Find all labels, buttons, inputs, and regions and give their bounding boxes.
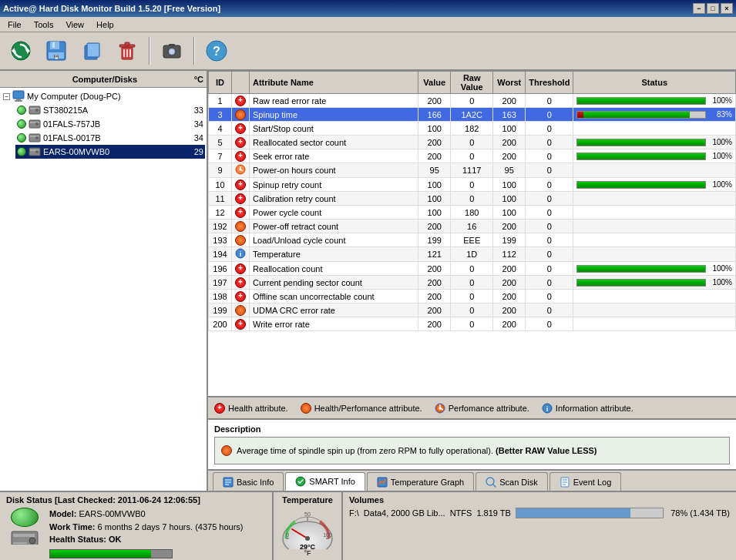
table-row[interactable]: 198Offline scan uncorrectable count20002…	[209, 290, 736, 303]
attr-health-icon	[235, 96, 246, 106]
col-status: Status	[573, 72, 736, 94]
table-row[interactable]: 197Current pending sector count20002000 …	[209, 276, 736, 290]
table-row[interactable]: 4Start/Stop count1001821000	[209, 122, 736, 136]
cell-value: 200	[418, 303, 451, 317]
scan-disk-tab[interactable]: Scan Disk	[476, 472, 548, 491]
maximize-button[interactable]: □	[707, 3, 719, 14]
cell-status	[573, 303, 736, 317]
svg-point-30	[35, 122, 39, 126]
cell-id: 198	[209, 290, 232, 303]
cell-threshold: 0	[526, 122, 573, 136]
table-row[interactable]: 192Power-off retract count200162000	[209, 220, 736, 233]
status-bar-bg	[576, 153, 706, 160]
cell-attr-name: Write error rate	[250, 317, 418, 331]
table-row[interactable]: 199UDMA CRC error rate20002000	[209, 303, 736, 317]
disk-label-2: 01FALS-0017B	[43, 133, 101, 143]
status-pct-label: 100%	[707, 180, 732, 189]
minimize-button[interactable]: −	[693, 3, 705, 14]
refresh-button[interactable]	[5, 35, 37, 66]
cell-status: 83%	[573, 108, 736, 122]
event-log-tab[interactable]: Event Log	[549, 472, 622, 491]
disk-icon-1	[29, 118, 41, 130]
disk-label-1: 01FALS-757JB	[43, 119, 100, 129]
table-row[interactable]: 196Reallocation count20002000 100%	[209, 262, 736, 276]
menu-view[interactable]: View	[59, 18, 90, 31]
cell-raw: 0	[451, 192, 493, 206]
snapshot-button[interactable]	[156, 35, 188, 66]
tree-disk-2[interactable]: 01FALS-0017B 34	[15, 131, 205, 145]
cell-status: 100%	[573, 276, 736, 290]
cell-threshold: 0	[526, 178, 573, 192]
smart-info-tab[interactable]: SMART Info	[285, 472, 365, 491]
cell-id: 7	[209, 149, 232, 163]
health-icon	[214, 403, 225, 414]
cell-worst: 199	[493, 233, 526, 247]
svg-rect-12	[125, 42, 129, 45]
cell-icon	[232, 206, 250, 220]
status-bar-bg	[576, 111, 706, 119]
health-dot-big	[11, 508, 39, 527]
table-row[interactable]: 1Raw read error rate20002000 100%	[209, 94, 736, 108]
cell-icon	[232, 192, 250, 206]
tree-expand-root[interactable]: −	[3, 93, 10, 100]
health-bar-bg	[49, 549, 173, 558]
cell-attr-name: UDMA CRC error rate	[250, 303, 418, 317]
cell-attr-name: Start/Stop count	[250, 122, 418, 136]
cell-attr-name: Seek error rate	[250, 149, 418, 163]
close-button[interactable]: ×	[721, 3, 733, 14]
cell-attr-name: Reallocation count	[250, 262, 418, 276]
table-row[interactable]: 9Power-on hours count951117950	[209, 163, 736, 178]
tree-disk-0[interactable]: ST380215A 33	[15, 103, 205, 117]
basic-info-tab[interactable]: Basic Info	[213, 472, 284, 491]
table-row[interactable]: 200Write error rate20002000	[209, 317, 736, 331]
delete-button[interactable]	[111, 35, 143, 66]
cell-worst: 200	[493, 262, 526, 276]
table-row[interactable]: 11Calibration retry count10001000	[209, 192, 736, 206]
cell-status	[573, 206, 736, 220]
tree-root[interactable]: − My Computer (Doug-PC)	[2, 89, 205, 103]
cell-raw: 0	[451, 178, 493, 192]
cell-attr-name: Spinup time	[250, 108, 418, 122]
cell-attr-name: Reallocated sector count	[250, 136, 418, 149]
disk-temp-2: 34	[194, 133, 203, 143]
left-panel: Computer/Disks °C − My Computer (Doug-PC…	[0, 71, 208, 491]
cell-value: 200	[418, 317, 451, 331]
menu-tools[interactable]: Tools	[28, 18, 60, 31]
col-raw: Raw Value	[451, 72, 493, 94]
tree-disk-3[interactable]: EARS-00MVWB0 29	[15, 145, 205, 159]
cell-icon	[232, 276, 250, 290]
table-row[interactable]: 194iTemperature1211D1120	[209, 247, 736, 262]
svg-rect-23	[16, 99, 21, 100]
volume-row-0: F:\ Data4, 2000 GB Lib... NTFS 1.819 TB …	[349, 508, 730, 518]
svg-text:i: i	[546, 405, 549, 413]
disk-label-0: ST380215A	[43, 106, 88, 115]
legend-mixed: Health/Perfomance attribute.	[301, 403, 422, 414]
help-button[interactable]: ?	[200, 35, 233, 66]
volumes-label: Volumes	[349, 495, 730, 505]
attr-health-icon	[235, 207, 246, 218]
cell-worst: 200	[493, 149, 526, 163]
menu-file[interactable]: File	[2, 18, 28, 31]
cell-status	[573, 192, 736, 206]
table-row[interactable]: 3Spinup time1661A2C1630 83%	[209, 108, 736, 122]
tree-disk-1[interactable]: 01FALS-757JB 34	[15, 117, 205, 131]
smart-table-container[interactable]: ID Attribute Name Value Raw Value Worst …	[208, 71, 736, 396]
basic-info-tab-label: Basic Info	[237, 478, 274, 487]
table-row[interactable]: 7Seek error rate20002000 100%	[209, 149, 736, 163]
menu-help[interactable]: Help	[90, 18, 120, 31]
volume-bar-fill-0	[516, 508, 630, 518]
svg-rect-22	[13, 91, 24, 99]
save-button[interactable]: 💾	[40, 35, 72, 66]
cell-worst: 100	[493, 122, 526, 136]
table-row[interactable]: 193Load/Unload cycle count199EEE1990	[209, 233, 736, 247]
cell-threshold: 0	[526, 247, 573, 262]
cell-icon	[232, 149, 250, 163]
temperature-graph-tab[interactable]: Temperature Graph	[367, 472, 474, 491]
table-row[interactable]: 12Power cycle count1001801000	[209, 206, 736, 220]
copy-button[interactable]	[76, 35, 108, 66]
cell-raw: 0	[451, 290, 493, 303]
table-row[interactable]: 5Reallocated sector count20002000 100%	[209, 136, 736, 149]
table-row[interactable]: 10Spinup retry count10001000 100%	[209, 178, 736, 192]
svg-point-18	[170, 49, 174, 54]
cell-status	[573, 163, 736, 178]
